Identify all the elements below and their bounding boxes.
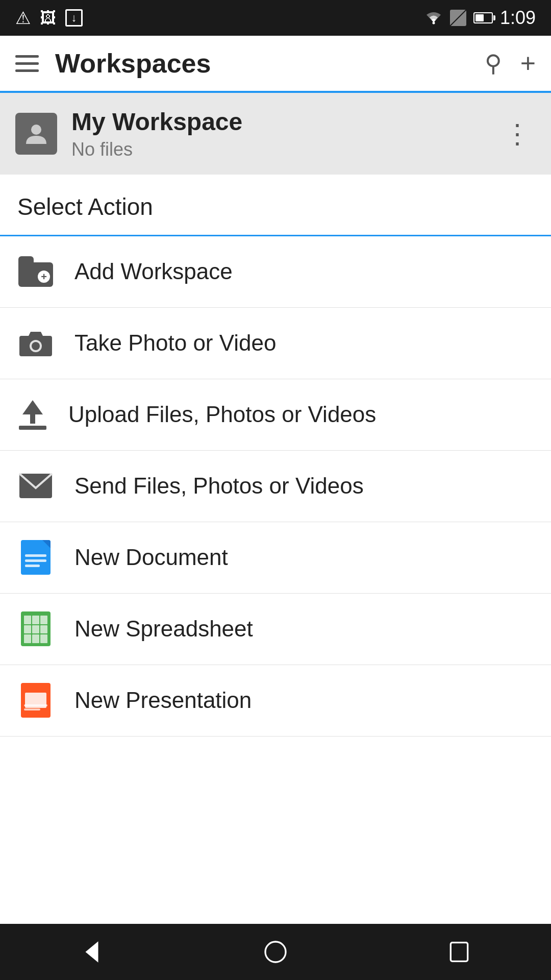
workspace-avatar [15,113,57,155]
hamburger-line-2 [15,62,39,65]
battery-icon [473,12,493,23]
folder-add-icon: + [17,253,54,290]
bottom-navigation [0,924,551,980]
action-list: + Add Workspace Take Photo or Video Uplo… [0,236,551,924]
spreadsheet-icon [17,610,54,647]
svg-rect-7 [450,943,467,962]
app-title: Workspaces [55,48,485,79]
svg-point-6 [265,942,286,962]
action-item-new-presentation[interactable]: New Presentation [0,665,551,737]
action-label-new-spreadsheet: New Spreadsheet [74,616,253,642]
wifi-icon [424,11,443,24]
select-action-label: Select Action [17,193,153,220]
workspace-avatar-icon [23,120,49,147]
action-item-new-document[interactable]: New Document [0,522,551,594]
action-label-take-photo: Take Photo or Video [74,330,276,356]
recents-button[interactable] [439,932,480,972]
action-label-send: Send Files, Photos or Videos [74,473,364,499]
search-button[interactable]: ⚲ [485,50,502,77]
document-icon [17,539,54,576]
workspace-more-button[interactable]: ⋮ [499,115,536,152]
action-label-add-workspace: Add Workspace [74,259,233,284]
presentation-icon [17,682,54,719]
svg-point-0 [432,22,435,24]
workspace-row[interactable]: My Workspace No files ⋮ [0,93,551,175]
sim-icon [450,10,466,26]
action-item-send[interactable]: Send Files, Photos or Videos [0,451,551,522]
svg-point-3 [32,342,40,350]
download-icon [65,9,83,27]
svg-marker-5 [86,941,98,963]
action-item-new-spreadsheet[interactable]: New Spreadsheet [0,594,551,665]
action-item-add-workspace[interactable]: + Add Workspace [0,236,551,308]
upload-icon [17,399,48,430]
menu-button[interactable] [15,51,41,76]
home-button[interactable] [255,932,296,972]
action-label-new-document: New Document [74,545,228,570]
workspace-info: My Workspace No files [71,107,499,160]
action-item-upload[interactable]: Upload Files, Photos or Videos [0,379,551,451]
action-item-take-photo[interactable]: Take Photo or Video [0,308,551,379]
hamburger-line-1 [15,55,39,58]
status-icons-right: 1:09 [424,7,536,29]
add-button[interactable]: + [520,48,536,79]
app-bar: Workspaces ⚲ + [0,36,551,93]
warning-icon [15,8,31,28]
camera-icon [17,325,54,361]
workspace-name: My Workspace [71,107,499,137]
image-icon: 🖼 [40,9,56,28]
hamburger-line-3 [15,69,39,72]
workspace-subtitle: No files [71,139,499,160]
action-label-new-presentation: New Presentation [74,688,252,713]
back-button[interactable] [71,932,112,972]
status-time: 1:09 [500,7,536,29]
app-bar-actions: ⚲ + [485,48,536,79]
mail-icon [17,468,54,504]
action-label-upload: Upload Files, Photos or Videos [68,402,376,427]
status-bar: 🖼 1:09 [0,0,551,36]
status-icons-left: 🖼 [15,8,83,28]
svg-point-1 [31,125,41,135]
select-action-header: Select Action [0,175,551,236]
